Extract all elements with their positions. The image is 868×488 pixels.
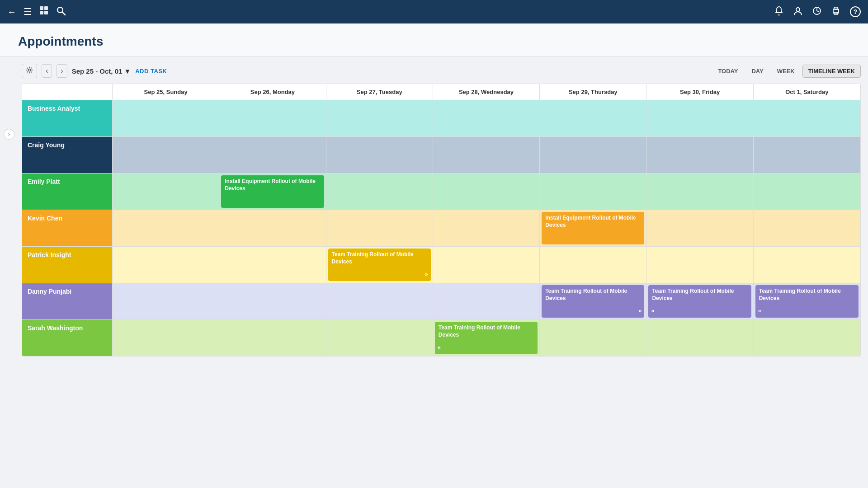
row-name-patrick-insight: Patrick Insight: [22, 247, 113, 283]
cell-cy-fri[interactable]: [646, 137, 753, 173]
right-arrow-icon: »: [638, 307, 642, 315]
cell-pi-wed[interactable]: [433, 247, 540, 283]
cell-sw-thu[interactable]: [540, 320, 646, 356]
table-row: Emily Platt Install Equipment Rollout of…: [22, 174, 860, 210]
cell-kc-fri[interactable]: [646, 210, 753, 246]
cell-ep-sat[interactable]: [754, 174, 860, 210]
cell-ep-fri[interactable]: [646, 174, 753, 210]
row-name-sarah-washington: Sarah Washington: [22, 320, 113, 356]
cell-kc-wed[interactable]: [433, 210, 540, 246]
cell-sw-sat[interactable]: [754, 320, 860, 356]
cell-kc-sun[interactable]: [113, 210, 219, 246]
cell-pi-mon[interactable]: [219, 247, 326, 283]
add-task-button[interactable]: ADD TASK: [135, 68, 167, 75]
calendar-header: Sep 25, Sunday Sep 26, Monday Sep 27, Tu…: [22, 84, 860, 100]
cell-cy-wed[interactable]: [433, 137, 540, 173]
menu-icon[interactable]: ☰: [24, 6, 32, 17]
cell-cy-sun[interactable]: [113, 137, 219, 173]
calendar-grid: Sep 25, Sunday Sep 26, Monday Sep 27, Tu…: [22, 84, 861, 357]
cell-dp-sun[interactable]: [113, 283, 219, 319]
cell-dp-mon[interactable]: [219, 283, 326, 319]
header-tue: Sep 27, Tuesday: [326, 84, 433, 100]
cell-sw-wed[interactable]: Team Training Rollout of Mobile Devices …: [433, 320, 540, 356]
cell-ba-tue[interactable]: [326, 100, 433, 136]
cell-cy-thu[interactable]: [540, 137, 646, 173]
svg-point-7: [796, 8, 800, 11]
cell-ep-thu[interactable]: [540, 174, 646, 210]
settings-button[interactable]: [22, 64, 37, 78]
left-arrow-icon: «: [651, 307, 654, 315]
svg-rect-3: [44, 11, 48, 14]
cell-ba-sun[interactable]: [113, 100, 219, 136]
toolbar-right: TODAY DAY WEEK TIMELINE WEEK: [712, 65, 861, 78]
cell-dp-fri[interactable]: Team Training Rollout of Mobile Devices …: [646, 283, 753, 319]
building-icon[interactable]: [39, 5, 49, 18]
cell-dp-sat[interactable]: Team Training Rollout of Mobile Devices …: [754, 283, 860, 319]
cell-ba-fri[interactable]: [646, 100, 753, 136]
search-icon[interactable]: [56, 6, 66, 18]
svg-rect-1: [44, 6, 48, 10]
cell-cy-tue[interactable]: [326, 137, 433, 173]
table-row: Business Analyst: [22, 100, 860, 137]
right-arrow-icon: »: [425, 271, 428, 278]
event-pi-training[interactable]: Team Training Rollout of Mobile Devices …: [328, 249, 431, 281]
cell-pi-sun[interactable]: [113, 247, 219, 283]
event-ep-install[interactable]: Install Equipment Rollout of Mobile Devi…: [221, 175, 324, 208]
header-sun: Sep 25, Sunday: [113, 84, 219, 100]
event-dp-training-thu[interactable]: Team Training Rollout of Mobile Devices …: [542, 285, 644, 318]
left-arrow-icon: «: [758, 307, 761, 315]
event-dp-training-fri[interactable]: Team Training Rollout of Mobile Devices …: [648, 285, 751, 318]
event-dp-training-sat[interactable]: Team Training Rollout of Mobile Devices …: [755, 285, 859, 318]
sidebar-toggle[interactable]: ›: [4, 129, 14, 140]
clock-icon[interactable]: [812, 6, 822, 18]
day-button[interactable]: DAY: [745, 65, 769, 78]
timeline-week-button[interactable]: TIMELINE WEEK: [802, 65, 861, 78]
cell-ba-mon[interactable]: [219, 100, 326, 136]
back-icon[interactable]: ←: [7, 7, 16, 17]
cell-dp-tue[interactable]: [326, 283, 433, 319]
cell-kc-thu[interactable]: Install Equipment Rollout of Mobile Devi…: [540, 210, 646, 246]
cell-dp-thu[interactable]: Team Training Rollout of Mobile Devices …: [540, 283, 646, 319]
event-sw-training[interactable]: Team Training Rollout of Mobile Devices …: [435, 322, 538, 354]
table-row: Patrick Insight Team Training Rollout of…: [22, 247, 860, 283]
print-icon[interactable]: [831, 6, 841, 18]
cell-dp-wed[interactable]: [433, 283, 540, 319]
cell-sw-tue[interactable]: [326, 320, 433, 356]
header-sat: Oct 1, Saturday: [754, 84, 860, 100]
help-icon[interactable]: ?: [850, 6, 861, 17]
user-icon[interactable]: [793, 6, 803, 18]
cell-kc-sat[interactable]: [754, 210, 860, 246]
cell-kc-mon[interactable]: [219, 210, 326, 246]
calendar-container: ‹ › Sep 25 - Oct, 01 ▼ ADD TASK TODAY DA…: [18, 56, 868, 364]
cell-kc-tue[interactable]: [326, 210, 433, 246]
today-button[interactable]: TODAY: [712, 65, 744, 78]
svg-line-10: [817, 11, 819, 12]
week-button[interactable]: WEEK: [771, 65, 801, 78]
cell-pi-sat[interactable]: [754, 247, 860, 283]
cell-ep-wed[interactable]: [433, 174, 540, 210]
event-kc-install[interactable]: Install Equipment Rollout of Mobile Devi…: [542, 212, 644, 244]
cell-ba-thu[interactable]: [540, 100, 646, 136]
cell-pi-fri[interactable]: [646, 247, 753, 283]
cell-ba-wed[interactable]: [433, 100, 540, 136]
cell-sw-sun[interactable]: [113, 320, 219, 356]
date-range-button[interactable]: Sep 25 - Oct, 01 ▼: [72, 67, 131, 75]
topbar-right: ?: [774, 6, 861, 18]
cell-ep-mon[interactable]: Install Equipment Rollout of Mobile Devi…: [219, 174, 326, 210]
cell-pi-tue[interactable]: Team Training Rollout of Mobile Devices …: [326, 247, 433, 283]
cell-pi-thu[interactable]: [540, 247, 646, 283]
cell-cy-mon[interactable]: [219, 137, 326, 173]
row-name-danny-punjabi: Danny Punjabi: [22, 283, 113, 319]
cell-ep-sun[interactable]: [113, 174, 219, 210]
prev-button[interactable]: ‹: [42, 64, 52, 78]
cell-sw-fri[interactable]: [646, 320, 753, 356]
table-row: Sarah Washington Team Training Rollout o…: [22, 320, 860, 356]
cell-ba-sat[interactable]: [754, 100, 860, 136]
bell-icon[interactable]: [774, 6, 784, 18]
date-range-label: Sep 25 - Oct, 01: [72, 67, 123, 75]
cell-sw-mon[interactable]: [219, 320, 326, 356]
next-button[interactable]: ›: [57, 64, 67, 78]
cell-cy-sat[interactable]: [754, 137, 860, 173]
header-wed: Sep 28, Wednesday: [433, 84, 540, 100]
cell-ep-tue[interactable]: [326, 174, 433, 210]
